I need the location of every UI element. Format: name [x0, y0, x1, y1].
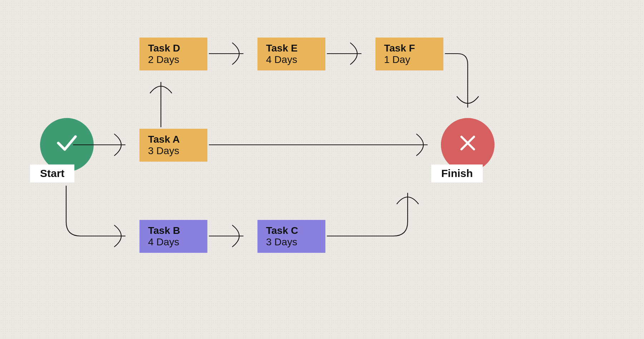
task-f-box: Task F 1 Day	[375, 38, 443, 70]
task-b-title: Task B	[148, 225, 199, 236]
task-b-box: Task B 4 Days	[139, 220, 207, 253]
task-c-days: 3 Days	[266, 236, 317, 248]
task-d-title: Task D	[148, 43, 199, 54]
task-c-box: Task C 3 Days	[257, 220, 325, 253]
task-e-title: Task E	[266, 43, 317, 54]
task-d-days: 2 Days	[148, 54, 199, 65]
finish-node	[441, 118, 495, 172]
task-f-days: 1 Day	[384, 54, 435, 65]
start-text: Start	[40, 167, 64, 179]
task-f-title: Task F	[384, 43, 435, 54]
finish-text: Finish	[441, 167, 473, 179]
task-a-days: 3 Days	[148, 145, 199, 157]
diagram-canvas: Start Finish Task A 3 Days Task D 2 Days…	[0, 0, 644, 339]
x-icon	[457, 132, 478, 158]
start-node	[40, 118, 94, 172]
task-e-box: Task E 4 Days	[257, 38, 325, 70]
task-a-title: Task A	[148, 134, 199, 145]
task-d-box: Task D 2 Days	[139, 38, 207, 70]
start-label: Start	[30, 164, 74, 182]
task-e-days: 4 Days	[266, 54, 317, 65]
finish-label: Finish	[431, 164, 483, 182]
task-a-box: Task A 3 Days	[139, 129, 207, 162]
task-c-title: Task C	[266, 225, 317, 236]
task-b-days: 4 Days	[148, 236, 199, 248]
check-icon	[54, 130, 80, 160]
